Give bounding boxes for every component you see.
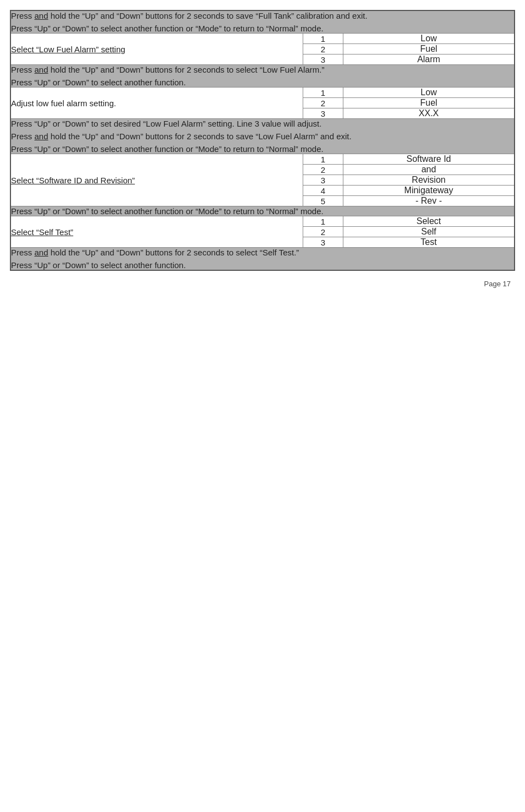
table-row: Press “Up” or “Down” to set desired “Low… (10, 119, 515, 154)
display-text-cell: Fuel (343, 44, 515, 55)
display-text-cell: Minigateway (343, 186, 515, 196)
line-number-cell: 4 (303, 186, 343, 196)
description-text: Press and hold the “Up” and “Down” butto… (11, 132, 514, 141)
description-text: Select “Self Test” (11, 227, 303, 237)
description-cell: Press “Up” or “Down” to set desired “Low… (10, 119, 515, 154)
description-cell: Press and hold the “Up” and “Down” butto… (10, 10, 515, 34)
description-text: Press “Up” or “Down” to select another f… (11, 78, 514, 87)
line-number-cell: 2 (303, 227, 343, 237)
page-number: Page 17 (10, 280, 515, 288)
description-cell: Press and hold the “Up” and “Down” butto… (10, 65, 515, 88)
line-number-cell: 1 (303, 34, 343, 44)
description-cell: Select “Self Test” (10, 216, 303, 248)
line-number-cell: 3 (303, 108, 343, 119)
line-number-cell: 1 (303, 154, 343, 165)
display-text-cell: Software Id (343, 154, 515, 165)
table-row: Press and hold the “Up” and “Down” butto… (10, 65, 515, 88)
main-table: Press and hold the “Up” and “Down” butto… (10, 10, 515, 271)
table-row: Select “Self Test”1Select (10, 216, 515, 227)
table-row: Select “Software ID and Revision”1Softwa… (10, 154, 515, 165)
display-text-cell: Test (343, 237, 515, 248)
description-cell: Press and hold the “Up” and “Down” butto… (10, 248, 515, 271)
table-row: Press and hold the “Up” and “Down” butto… (10, 248, 515, 271)
display-text-cell: Low (343, 34, 515, 44)
display-text-cell: Low (343, 88, 515, 98)
description-text: Press and hold the “Up” and “Down” butto… (11, 248, 514, 257)
display-text-cell: - Rev - (343, 196, 515, 206)
description-text: Press “Up” or “Down” to select another f… (11, 144, 514, 154)
description-text: Press “Up” or “Down” to select another f… (11, 206, 514, 216)
description-text: Press “Up” or “Down” to select another f… (11, 260, 514, 270)
line-number-cell: 3 (303, 55, 343, 65)
table-row: Press “Up” or “Down” to select another f… (10, 206, 515, 216)
line-number-cell: 1 (303, 216, 343, 227)
display-text-cell: and (343, 165, 515, 175)
table-row: Select “Low Fuel Alarm” setting1Low (10, 34, 515, 44)
description-cell: Adjust low fuel alarm setting. (10, 88, 303, 119)
display-text-cell: Select (343, 216, 515, 227)
table-row: Adjust low fuel alarm setting.1Low (10, 88, 515, 98)
display-text-cell: Revision (343, 175, 515, 186)
line-number-cell: 3 (303, 175, 343, 186)
description-text: Select “Low Fuel Alarm” setting (11, 45, 303, 54)
line-number-cell: 2 (303, 44, 343, 55)
line-number-cell: 5 (303, 196, 343, 206)
description-text: Adjust low fuel alarm setting. (11, 99, 303, 108)
display-text-cell: Fuel (343, 98, 515, 108)
line-number-cell: 2 (303, 98, 343, 108)
table-row: Press and hold the “Up” and “Down” butto… (10, 10, 515, 34)
description-text: Press and hold the “Up” and “Down” butto… (11, 11, 514, 20)
display-text-cell: XX.X (343, 108, 515, 119)
description-text: Select “Software ID and Revision” (11, 176, 303, 185)
line-number-cell: 2 (303, 165, 343, 175)
line-number-cell: 3 (303, 237, 343, 248)
description-cell: Press “Up” or “Down” to select another f… (10, 206, 515, 216)
description-cell: Select “Software ID and Revision” (10, 154, 303, 206)
display-text-cell: Alarm (343, 55, 515, 65)
display-text-cell: Self (343, 227, 515, 237)
description-cell: Select “Low Fuel Alarm” setting (10, 34, 303, 65)
line-number-cell: 1 (303, 88, 343, 98)
description-text: Press “Up” or “Down” to select another f… (11, 24, 514, 33)
description-text: Press and hold the “Up” and “Down” butto… (11, 65, 514, 74)
description-text: Press “Up” or “Down” to set desired “Low… (11, 119, 514, 128)
